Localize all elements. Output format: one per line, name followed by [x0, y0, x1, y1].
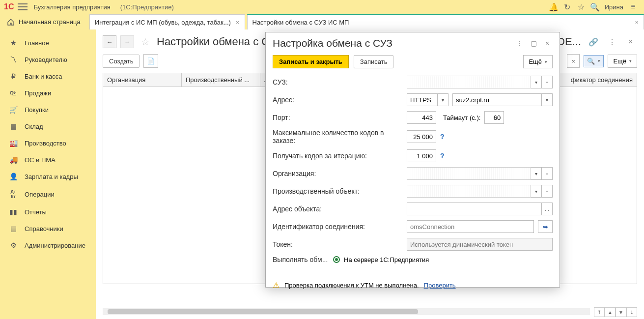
- sidebar-item-operations[interactable]: ДтКтОперации: [0, 185, 96, 203]
- close-icon[interactable]: ×: [236, 19, 240, 26]
- sidebar-item-assets[interactable]: 🚚ОС и НМА: [0, 151, 96, 168]
- address-label: Адрес:: [273, 96, 403, 104]
- maxcodes-label: Максимальное количество кодов в заказе:: [273, 129, 403, 145]
- dropdown-icon[interactable]: ▾: [531, 185, 542, 198]
- sidebar-item-label: Зарплата и кадры: [25, 173, 78, 180]
- sidebar-item-label: Производство: [25, 140, 66, 147]
- horizontal-scrollbar[interactable]: [103, 308, 590, 315]
- list-bottom-icon[interactable]: ⤓: [626, 307, 637, 317]
- nav-forward-button[interactable]: →: [120, 35, 134, 48]
- close-icon[interactable]: ×: [624, 35, 637, 48]
- org-input[interactable]: [407, 167, 531, 180]
- dialog-suz-settings: Настройка обмена с СУЗ ⋮ ▢ × Записать и …: [265, 32, 560, 288]
- tab-home-label: Начальная страница: [19, 18, 81, 26]
- open-icon[interactable]: ▫: [542, 185, 553, 198]
- clear-button[interactable]: ×: [567, 54, 580, 68]
- sidebar-item-admin[interactable]: ⚙Администрирование: [0, 237, 96, 254]
- list-top-icon[interactable]: ⤒: [594, 307, 605, 317]
- sidebar-item-production[interactable]: 🏭Производство: [0, 135, 96, 151]
- close-icon[interactable]: ×: [635, 19, 639, 26]
- refresh-connid-button[interactable]: ➥: [538, 220, 553, 233]
- warning-row: ⚠ Проверка подключения к УТМ не выполнен…: [266, 266, 560, 290]
- maximize-icon[interactable]: ▢: [528, 38, 539, 49]
- favorite-star-icon[interactable]: ☆: [141, 36, 150, 48]
- suz-label: СУЗ:: [273, 78, 403, 86]
- check-link[interactable]: Проверить: [424, 282, 456, 289]
- open-icon[interactable]: ▫: [542, 76, 553, 88]
- tab-row: Начальная страница Интеграция с ИС МП (о…: [0, 14, 644, 29]
- port-input[interactable]: [407, 111, 436, 124]
- list-up-icon[interactable]: ▲: [605, 307, 616, 317]
- help-icon[interactable]: ?: [440, 152, 445, 160]
- sidebar-item-manager[interactable]: 〽Руководителю: [0, 51, 96, 68]
- sidebar-item-reports[interactable]: ▮▮Отчеты: [0, 203, 96, 220]
- tab-home[interactable]: Начальная страница: [0, 14, 87, 29]
- timeout-input[interactable]: [484, 111, 504, 124]
- bag-icon: 🛍: [9, 89, 18, 97]
- open-icon[interactable]: ▫: [542, 167, 553, 180]
- gear-icon: ⚙: [9, 241, 18, 249]
- dropdown-icon[interactable]: ▾: [531, 167, 542, 180]
- nav-back-button[interactable]: ←: [103, 35, 116, 48]
- tab-integration[interactable]: Интеграция с ИС МП (обувь, одежда, табак…: [89, 14, 245, 29]
- platform-title: (1С:Предприятие): [120, 3, 174, 11]
- host-input[interactable]: [452, 93, 542, 106]
- radio-server[interactable]: [333, 256, 340, 263]
- save-and-close-button[interactable]: Записать и закрыть: [273, 55, 349, 68]
- dropdown-icon[interactable]: ▾: [438, 93, 448, 106]
- tab-suz-label: Настройки обмена с СУЗ ИС МП: [252, 19, 349, 26]
- iter-label: Получать кодов за итерацию:: [273, 152, 403, 160]
- iter-input[interactable]: [407, 149, 436, 162]
- token-input: [407, 238, 553, 251]
- more-button[interactable]: Ещё▾: [608, 55, 637, 68]
- protocol-select[interactable]: [407, 93, 438, 106]
- create-button[interactable]: Создать: [103, 55, 140, 68]
- ellipsis-icon[interactable]: …: [542, 203, 553, 215]
- search-icon[interactable]: 🔍: [588, 1, 602, 13]
- objaddr-input[interactable]: [407, 203, 542, 215]
- objaddr-label: Адрес объекта:: [273, 205, 403, 213]
- prodobj-input[interactable]: [407, 185, 531, 198]
- sidebar-item-purchases[interactable]: 🛒Покупки: [0, 101, 96, 118]
- connid-label: Идентификатор соединения:: [273, 223, 403, 231]
- sidebar-item-bank[interactable]: ₽Банк и касса: [0, 68, 96, 85]
- help-icon[interactable]: ?: [440, 133, 445, 141]
- window-menu-icon[interactable]: ≡: [626, 1, 640, 13]
- grid-icon: ▦: [9, 122, 18, 130]
- tab-suz-settings[interactable]: Настройки обмена с СУЗ ИС МП ×: [247, 14, 644, 29]
- org-label: Организация:: [273, 170, 403, 177]
- radio-server-label: На сервере 1С:Предприятия: [344, 256, 429, 263]
- list-down-icon[interactable]: ▼: [616, 307, 626, 317]
- close-icon[interactable]: ×: [542, 38, 553, 49]
- token-label: Токен:: [273, 240, 403, 248]
- column-prod[interactable]: Производственный ...: [182, 73, 260, 87]
- maxcodes-input[interactable]: [407, 130, 436, 143]
- sidebar-item-label: Администрирование: [25, 242, 85, 249]
- sidebar-item-sales[interactable]: 🛍Продажи: [0, 85, 96, 101]
- connid-input[interactable]: [407, 220, 534, 233]
- dropdown-icon[interactable]: ▾: [542, 93, 553, 106]
- search-dropdown-button[interactable]: 🔍▾: [584, 55, 604, 67]
- hamburger-icon[interactable]: [18, 3, 28, 10]
- save-button[interactable]: Записать: [354, 55, 394, 68]
- dialog-header: Настройка обмена с СУЗ ⋮ ▢ ×: [266, 32, 560, 52]
- sidebar-item-warehouse[interactable]: ▦Склад: [0, 118, 96, 135]
- sidebar-item-hr[interactable]: 👤Зарплата и кадры: [0, 168, 96, 185]
- chart-icon: 〽: [9, 56, 18, 63]
- link-icon[interactable]: 🔗: [587, 35, 600, 48]
- user-name[interactable]: Ирина: [602, 3, 626, 11]
- sidebar-item-refs[interactable]: ▤Справочники: [0, 220, 96, 237]
- prodobj-label: Производственный объект:: [273, 187, 403, 195]
- dialog-more-button[interactable]: Ещё▾: [523, 55, 553, 68]
- copy-button[interactable]: 📄: [143, 54, 158, 68]
- star-icon[interactable]: ☆: [574, 1, 588, 13]
- bell-icon[interactable]: 🔔: [547, 1, 560, 13]
- sidebar-item-main[interactable]: ★Главное: [0, 34, 96, 51]
- kebab-icon[interactable]: ⋮: [514, 38, 525, 49]
- suz-input[interactable]: [407, 76, 531, 88]
- kebab-icon[interactable]: ⋮: [606, 35, 618, 48]
- column-org[interactable]: Организация: [103, 73, 182, 87]
- page-title: Настройки обмена с СУЗ: [157, 35, 282, 48]
- history-icon[interactable]: ↻: [560, 1, 574, 13]
- dropdown-icon[interactable]: ▾: [531, 76, 542, 88]
